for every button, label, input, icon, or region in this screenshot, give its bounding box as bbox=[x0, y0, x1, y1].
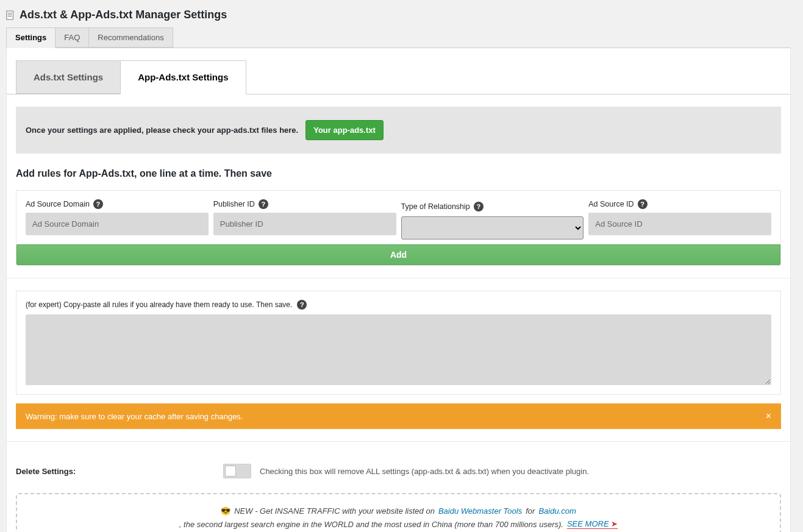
page-header: Ads.txt & App-Ads.txt Manager Settings bbox=[6, 5, 791, 27]
ad-source-id-col: Ad Source ID ? bbox=[588, 199, 771, 239]
expert-textarea[interactable] bbox=[26, 314, 771, 385]
tab-settings[interactable]: Settings bbox=[6, 27, 55, 48]
promo-link-baidu-tools[interactable]: Baidu Webmaster Tools bbox=[438, 506, 522, 516]
toggle-knob bbox=[225, 466, 236, 477]
outer-tabs: Settings FAQ Recommendations bbox=[6, 27, 791, 48]
promo-lead: NEW - Get INSANE TRAFFIC with your websi… bbox=[234, 506, 435, 516]
ad-source-domain-label: Ad Source Domain bbox=[26, 200, 90, 208]
publisher-id-input[interactable] bbox=[213, 213, 396, 235]
ad-source-id-input[interactable] bbox=[588, 213, 771, 235]
warning-text: Warning: make sure to clear your cache a… bbox=[26, 412, 243, 421]
promo-link-baidu[interactable]: Baidu.com bbox=[538, 506, 576, 516]
expert-box: (for expert) Copy-paste all rules if you… bbox=[16, 291, 781, 395]
promo-trail: , the second largest search engine in th… bbox=[179, 520, 563, 529]
content-wrap: Ads.txt Settings App-Ads.txt Settings On… bbox=[6, 48, 791, 532]
help-icon[interactable]: ? bbox=[297, 300, 307, 310]
help-icon[interactable]: ? bbox=[638, 199, 648, 209]
help-icon[interactable]: ? bbox=[259, 199, 268, 209]
publisher-id-label: Publisher ID bbox=[213, 200, 255, 208]
divider bbox=[7, 278, 790, 278]
inner-tab-app-ads[interactable]: App-Ads.txt Settings bbox=[120, 60, 246, 94]
arrow-right-icon: ➤ bbox=[611, 519, 618, 528]
check-notice-text: Once your settings are applied, please c… bbox=[26, 126, 298, 135]
section-heading: Add rules for App-Ads.txt, one line at a… bbox=[16, 168, 781, 179]
publisher-id-col: Publisher ID ? bbox=[213, 199, 396, 239]
document-icon bbox=[6, 10, 15, 20]
promo-box: 😎 NEW - Get INSANE TRAFFIC with your web… bbox=[16, 493, 781, 532]
help-icon[interactable]: ? bbox=[93, 199, 103, 209]
expert-label: (for expert) Copy-paste all rules if you… bbox=[26, 300, 292, 309]
help-icon[interactable]: ? bbox=[474, 202, 484, 211]
delete-settings-row: Delete Settings: Checking this box will … bbox=[16, 464, 781, 478]
ad-source-domain-input[interactable] bbox=[26, 213, 209, 235]
close-icon[interactable]: × bbox=[766, 411, 771, 422]
page-title: Ads.txt & App-Ads.txt Manager Settings bbox=[20, 9, 227, 21]
relationship-col: Type of Relationship ? bbox=[401, 199, 584, 239]
warning-bar: Warning: make sure to clear your cache a… bbox=[16, 403, 781, 429]
add-button[interactable]: Add bbox=[16, 244, 780, 265]
delete-settings-description: Checking this box will remove ALL settin… bbox=[260, 467, 589, 476]
ad-source-id-label: Ad Source ID bbox=[588, 200, 633, 208]
tab-faq[interactable]: FAQ bbox=[55, 27, 89, 48]
relationship-label: Type of Relationship bbox=[401, 202, 470, 211]
delete-settings-label: Delete Settings: bbox=[16, 467, 77, 476]
divider bbox=[7, 441, 790, 442]
rule-form: Ad Source Domain ? Publisher ID ? Type o… bbox=[16, 190, 781, 266]
delete-settings-toggle[interactable] bbox=[223, 464, 251, 478]
sunglasses-emoji-icon: 😎 bbox=[221, 506, 230, 516]
your-app-ads-button[interactable]: Your app-ads.txt bbox=[305, 120, 384, 140]
see-more-link[interactable]: SEE MORE ➤ bbox=[567, 519, 618, 529]
svg-rect-0 bbox=[7, 11, 13, 20]
promo-mid: for bbox=[526, 506, 535, 516]
relationship-select[interactable] bbox=[401, 216, 584, 239]
inner-tab-ads[interactable]: Ads.txt Settings bbox=[16, 60, 121, 94]
check-notice: Once your settings are applied, please c… bbox=[16, 107, 781, 154]
tab-recommendations[interactable]: Recommendations bbox=[88, 27, 173, 48]
ad-source-domain-col: Ad Source Domain ? bbox=[26, 199, 209, 239]
inner-tabs: Ads.txt Settings App-Ads.txt Settings bbox=[7, 60, 790, 94]
